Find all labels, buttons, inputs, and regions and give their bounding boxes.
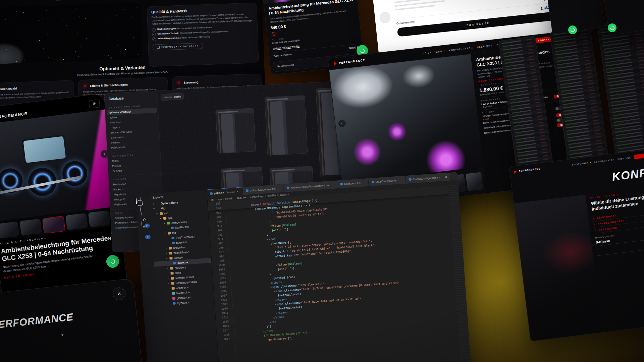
tab-close-icon[interactable]: × bbox=[236, 190, 238, 193]
check-icon: ✓ bbox=[152, 28, 156, 32]
car-display bbox=[23, 136, 66, 163]
whatsapp-button[interactable] bbox=[568, 25, 577, 34]
card-title: Effekte & Sternschnuppen bbox=[90, 83, 128, 87]
schema-table-node[interactable] bbox=[264, 95, 308, 156]
configurator-car-image bbox=[514, 194, 602, 341]
check-text: Keine Hitzeprobleme: Einsatz moderner LE… bbox=[158, 35, 210, 39]
react-file-icon bbox=[210, 192, 213, 195]
file-icon bbox=[171, 287, 175, 290]
tree-arrow-icon bbox=[169, 263, 172, 263]
check-icon: ✓ bbox=[152, 33, 156, 36]
subtotal-label: Zwischensumme bbox=[273, 53, 292, 58]
extensions-icon[interactable]: 1 bbox=[142, 231, 148, 238]
vip-performance-logo[interactable]: VIP PERFORMANCE bbox=[0, 109, 28, 121]
available-options-button[interactable]: VERFÜGBARE OPTIONEN bbox=[153, 43, 204, 50]
file-icon bbox=[172, 241, 175, 244]
card-icon: ◆ bbox=[83, 83, 88, 89]
tree-arrow-icon: ▾ bbox=[153, 207, 156, 210]
react-file-icon bbox=[246, 189, 249, 192]
explorer-icon[interactable] bbox=[140, 197, 146, 203]
tree-arrow-icon: ▾ bbox=[164, 232, 167, 235]
product-gallery-image: ‹ bbox=[329, 54, 484, 183]
check-text: Realistische Optik: Mix aus großen und k… bbox=[157, 26, 212, 30]
breadcrumb-item[interactable]: ContactPage bbox=[250, 194, 268, 198]
schema-selector[interactable]: schema public bbox=[161, 93, 184, 101]
collage-stage: Wiesbaden und Frankfurt Qualität & Handw… bbox=[0, 0, 644, 362]
code-token: > bbox=[359, 297, 361, 300]
more-addons-link[interactable]: Weitere Add-ons wählen bbox=[273, 44, 300, 50]
trash-icon bbox=[272, 33, 275, 36]
thumbnail[interactable] bbox=[88, 210, 111, 227]
tree-arrow-icon bbox=[168, 298, 171, 299]
nav-link[interactable]: LEISTUNGEN ▾ bbox=[423, 50, 445, 55]
tree-arrow-icon: › bbox=[167, 282, 170, 285]
search-icon[interactable] bbox=[140, 208, 147, 215]
code-token: )} bbox=[285, 227, 288, 231]
vip-performance-logo[interactable]: PERFORMANCE bbox=[334, 58, 365, 65]
code-token: > bbox=[282, 315, 284, 318]
thumbnail[interactable] bbox=[19, 219, 42, 236]
step-list: 1. LEISTUNGEN2. FAHRZEUGDATEN3. ABSCHLUS… bbox=[592, 208, 644, 234]
tab-git-badge: M bbox=[444, 175, 447, 178]
red-cta-button[interactable] bbox=[634, 153, 644, 159]
nav-link[interactable]: ÜBER UNS bbox=[477, 44, 493, 49]
code-token: } bbox=[301, 305, 303, 308]
checkout-total-label: Gesamtsumme bbox=[396, 20, 415, 25]
file-icon bbox=[172, 292, 175, 295]
react-file-icon bbox=[286, 186, 289, 189]
gallery-prev-button[interactable]: ‹ bbox=[338, 119, 347, 128]
source-control-icon[interactable]: 12 bbox=[141, 220, 147, 226]
code-token: > bbox=[397, 281, 399, 284]
nav-links: LEISTUNGEN ▾KONFIGURATORÜBER UNS bbox=[572, 157, 631, 166]
tree-arrow-icon: › bbox=[167, 277, 169, 280]
nav-link[interactable]: LEISTUNGEN ▾ bbox=[572, 161, 591, 166]
whatsapp-button[interactable] bbox=[608, 23, 616, 32]
window-mobile-menu: × PERFORMANCE ▾ bbox=[0, 278, 143, 362]
thumbnail[interactable] bbox=[65, 213, 88, 230]
nav-link[interactable]: ÜBER UNS bbox=[618, 157, 631, 160]
starlight-headliner-image bbox=[0, 3, 143, 64]
code-token: ) bbox=[295, 223, 297, 226]
tree-arrow-icon bbox=[167, 228, 169, 228]
remove-item-button[interactable] bbox=[271, 31, 277, 37]
code-token: "px-8 md:py-8" bbox=[260, 337, 291, 342]
code-token: span bbox=[276, 315, 283, 319]
code-token: , bbox=[351, 249, 353, 252]
code-editor[interactable]: 988 ? "bg-black/45 hover:bg-black/60" 98… bbox=[208, 194, 462, 362]
total-label: Gesamtsumme bbox=[277, 63, 294, 68]
tree-arrow-icon bbox=[168, 293, 171, 294]
close-button[interactable]: × bbox=[112, 287, 126, 301]
tab-label: GrillumbauContent.tsx bbox=[250, 187, 276, 192]
code-token: value bbox=[292, 305, 301, 309]
nav-link[interactable]: KONFIGURATOR bbox=[594, 159, 615, 163]
nav-link[interactable]: KONFIGURATOR bbox=[449, 47, 473, 52]
breadcrumb-item[interactable]: page.tsx bbox=[236, 195, 250, 199]
thumbnail[interactable] bbox=[466, 172, 483, 191]
file-icon bbox=[160, 212, 163, 215]
code-token: , bbox=[291, 336, 293, 340]
menu-brand-word: PERFORMANCE bbox=[0, 311, 74, 331]
file-icon bbox=[169, 257, 173, 260]
check-icon: ✓ bbox=[152, 37, 156, 41]
thumbnail-selected[interactable] bbox=[42, 216, 65, 234]
quality-card: Qualität & Handwerk Ein Sternenhimmel im… bbox=[147, 3, 259, 67]
breadcrumb-item[interactable]: src bbox=[211, 198, 218, 201]
quality-checklist: ✓ Realistische Optik: Mix aus großen und… bbox=[152, 24, 254, 41]
card-title: Sternenanzahl bbox=[0, 86, 17, 90]
vip-performance-logo[interactable]: PERFORMANCE bbox=[514, 167, 541, 174]
tree-arrow-icon: ▾ bbox=[163, 222, 166, 225]
file-icon bbox=[168, 232, 171, 235]
tab-label: ShopCatalogue.tsx bbox=[375, 179, 397, 183]
editor-area: page.tsx ..\kontakt × GrillumbauContent.… bbox=[207, 172, 472, 362]
file-icon bbox=[167, 222, 170, 225]
hamburger-menu-button[interactable]: ≡ bbox=[89, 99, 100, 109]
thumbnail[interactable] bbox=[0, 222, 19, 239]
schema-table-node[interactable] bbox=[215, 108, 256, 154]
tab-path: ..\kontakt bbox=[225, 191, 234, 194]
breadcrumb-item[interactable]: kontakt bbox=[225, 196, 237, 200]
file-icon bbox=[170, 266, 173, 269]
tab-label: AmbientebeleuchtungContent.tsx bbox=[290, 183, 329, 189]
breadcrumb-item[interactable]: app bbox=[217, 197, 225, 201]
code-token: && bbox=[317, 251, 324, 255]
code-token: " " bbox=[280, 228, 285, 231]
